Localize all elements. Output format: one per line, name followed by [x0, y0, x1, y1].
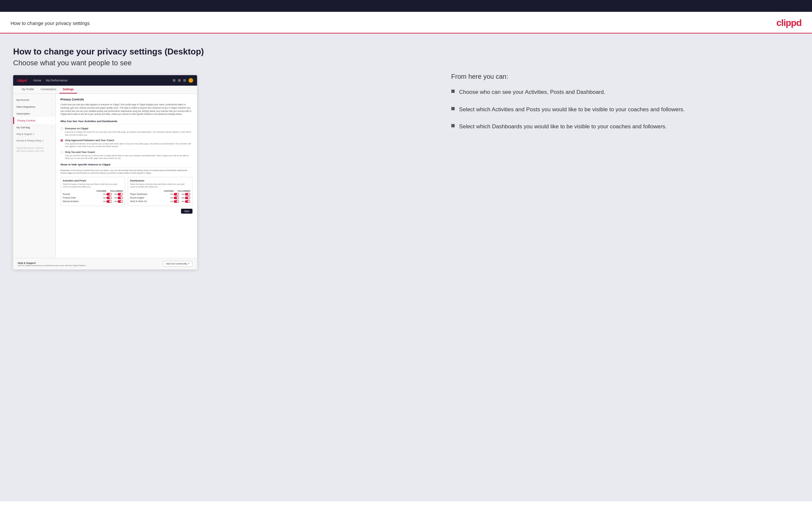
sidebar-item-data-label: Data Integrations: [16, 105, 35, 108]
manual-label: Manual Activities: [63, 200, 79, 203]
manual-coaches-on-label: ON: [103, 201, 106, 203]
from-here-title: From here you can:: [451, 73, 799, 80]
mock-section-desc: Control how you and your data appears to…: [60, 103, 193, 116]
player-coaches-on-label: ON: [170, 193, 173, 195]
activities-header: COACHES FOLLOWERS: [63, 190, 123, 192]
mock-tab-profile[interactable]: My Profile: [18, 86, 38, 94]
mock-tab-connections[interactable]: Connections: [38, 86, 59, 94]
radio-coach-only[interactable]: [60, 151, 63, 154]
player-dashboard-label: Player Dashboard: [130, 193, 147, 195]
workOn-toggles: ON ON: [170, 200, 191, 203]
manual-followers-toggle[interactable]: [117, 200, 123, 203]
chevron-right-icon: ›: [52, 106, 52, 108]
sidebar-item-subscription[interactable]: Subscription ›: [13, 110, 55, 117]
dashboards-box-desc: Select the types of activity that you'd …: [130, 183, 190, 188]
option-everyone-title: Everyone on Clippd: [65, 127, 193, 130]
mock-features-desc: Regardless of the privacy controls that …: [60, 169, 193, 175]
practice-coaches-toggle-group: ON: [103, 196, 112, 199]
player-coaches-toggle[interactable]: [174, 193, 179, 195]
activities-row-manual: Manual Activities ON ON: [63, 200, 123, 203]
rounds-coaches-toggle-group: ON: [103, 193, 112, 195]
practice-coaches-toggle[interactable]: [106, 196, 112, 199]
sidebar-item-help[interactable]: Help & Support ↗: [13, 131, 55, 137]
round-followers-toggle[interactable]: [185, 196, 190, 199]
dashboards-header: COACHES FOLLOWERS: [130, 190, 190, 192]
mock-features-grid: Activities and Posts Select the types of…: [60, 177, 193, 206]
left-section: How to change your privacy settings (Des…: [13, 47, 438, 269]
workOn-coaches-toggle[interactable]: [174, 200, 179, 203]
save-row: Save: [60, 209, 193, 214]
mock-help-text-group: Help & Support Visit our Clippd communit…: [18, 262, 86, 267]
mock-option-followers[interactable]: Only Approved Followers and Your Coach O…: [60, 139, 193, 148]
mock-nav-icons: [173, 78, 193, 83]
player-followers-on-label: ON: [182, 193, 184, 195]
mock-features-title: Show or hide specific features in Clippd: [60, 163, 193, 168]
rounds-followers-toggle[interactable]: [117, 193, 123, 195]
radio-followers[interactable]: [60, 139, 63, 142]
option-coach-only-title: Only You and Your Coach: [65, 151, 193, 154]
manual-coaches-toggle[interactable]: [106, 200, 112, 203]
sidebar-item-privacy-label: Privacy Controls: [17, 119, 36, 122]
dashboards-box: Dashboards Select the types of activity …: [128, 177, 193, 206]
practice-toggles: ON ON: [103, 196, 123, 199]
player-followers-toggle-group: ON: [182, 193, 190, 195]
round-coaches-on-label: ON: [170, 197, 173, 199]
practice-label: Practice Drills: [63, 196, 76, 199]
mock-navbar: clippd Home My Performance: [13, 75, 197, 86]
sidebar-item-account[interactable]: My Account ›: [13, 97, 55, 103]
rounds-coaches-toggle[interactable]: [106, 193, 112, 195]
player-dashboard-toggles: ON ON: [170, 193, 191, 195]
dashboards-row-workOn: What To Work On ON ON: [130, 200, 190, 203]
round-coaches-toggle-group: ON: [170, 196, 179, 199]
sidebar-item-privacy-policy[interactable]: Service & Privacy Policy ↗: [13, 137, 55, 144]
practice-coaches-on-label: ON: [103, 197, 106, 199]
bullet-item-3: Select which Dashboards you would like t…: [451, 123, 799, 131]
mock-tab-settings[interactable]: Settings: [59, 86, 77, 94]
round-coaches-toggle[interactable]: [174, 196, 179, 199]
bullet-text-2: Select which Activities and Posts you wo…: [459, 106, 685, 114]
workOn-coaches-toggle-group: ON: [170, 200, 179, 203]
grid-icon: [178, 79, 181, 82]
bullet-text-1: Choose who can see your Activities, Post…: [459, 88, 605, 97]
right-section: From here you can: Choose who can see yo…: [451, 47, 799, 140]
workOn-followers-on-label: ON: [182, 201, 184, 203]
bullet-list: Choose who can see your Activities, Post…: [451, 88, 799, 131]
bullet-item-1: Choose who can see your Activities, Post…: [451, 88, 799, 97]
mock-logo: clippd: [17, 78, 27, 82]
save-button[interactable]: Save: [181, 209, 193, 214]
visit-community-button[interactable]: Visit Our Community ↗: [163, 261, 193, 267]
bullet-item-2: Select which Activities and Posts you wo…: [451, 106, 799, 114]
manual-toggles: ON ON: [103, 200, 123, 203]
workOn-coaches-on-label: ON: [170, 201, 173, 203]
player-followers-toggle[interactable]: [185, 193, 190, 195]
workOn-followers-toggle[interactable]: [185, 200, 190, 203]
round-followers-on-label: ON: [182, 197, 184, 199]
sidebar-item-golfbag[interactable]: My Golf Bag ›: [13, 124, 55, 131]
chevron-right-icon: ›: [52, 126, 52, 129]
sidebar-item-data[interactable]: Data Integrations ›: [13, 103, 55, 110]
option-everyone-content: Everyone on Clippd Everyone on Clippd ca…: [65, 127, 193, 136]
bullet-square-2: [451, 107, 455, 110]
logo: clippd: [776, 18, 802, 28]
mock-help-desc: Visit our Clippd community to troublesho…: [18, 265, 86, 267]
mock-option-coach-only[interactable]: Only You and Your Coach Only you and the…: [60, 151, 193, 160]
screenshot-mockup: clippd Home My Performance My Profile: [13, 75, 197, 269]
rounds-coaches-on-label: ON: [103, 193, 106, 195]
dashboards-coaches-header: COACHES: [164, 190, 174, 192]
option-followers-desc: Only approved followers and coaches you …: [65, 143, 193, 148]
manual-followers-toggle-group: ON: [114, 200, 123, 203]
bullet-text-3: Select which Dashboards you would like t…: [459, 123, 667, 131]
mock-nav-home: Home: [33, 79, 41, 82]
bullet-square-3: [451, 124, 455, 127]
practice-followers-toggle[interactable]: [117, 196, 123, 199]
mock-option-everyone[interactable]: Everyone on Clippd Everyone on Clippd ca…: [60, 127, 193, 136]
dashboards-box-title: Dashboards: [130, 179, 190, 182]
radio-everyone[interactable]: [60, 127, 63, 130]
sidebar-item-subscription-label: Subscription: [16, 112, 30, 115]
option-coach-only-content: Only You and Your Coach Only you and the…: [65, 151, 193, 160]
mock-sidebar: My Account › Data Integrations › Subscri…: [13, 94, 56, 258]
sidebar-item-golfbag-label: My Golf Bag: [16, 126, 30, 129]
mock-main-content: Privacy Controls Control how you and you…: [56, 94, 197, 258]
sidebar-item-privacy[interactable]: Privacy Controls ›: [13, 117, 55, 124]
top-bar: [0, 0, 812, 12]
